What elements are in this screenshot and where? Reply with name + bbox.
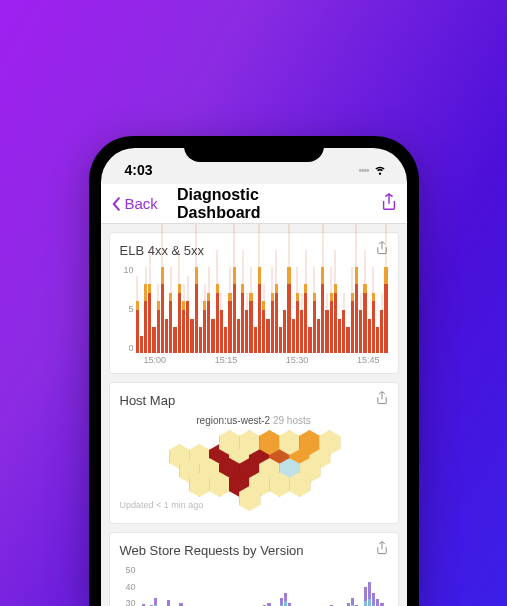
status-right: •••• (358, 162, 386, 179)
card-header: Web Store Requests by Version (120, 541, 388, 559)
region-tag: region:us-west-2 (196, 415, 270, 426)
status-time: 4:03 (125, 162, 153, 178)
dashboard-content[interactable]: ELB 4xx & 5xx 1050 15:0015:1515:3015:45 … (101, 224, 407, 606)
chart-bars (136, 267, 388, 353)
nav-bar: Back Diagnostic Dashboard (101, 184, 407, 224)
share-icon (381, 193, 397, 211)
hex-grid (169, 430, 339, 494)
card-share-button[interactable] (376, 541, 388, 559)
y-axis: 50403020 (120, 565, 136, 606)
card-header: ELB 4xx & 5xx (120, 241, 388, 259)
card-web-store[interactable]: Web Store Requests by Version 50403020 (109, 532, 399, 606)
wifi-icon (373, 162, 387, 179)
card-share-button[interactable] (376, 391, 388, 409)
card-title: Web Store Requests by Version (120, 543, 304, 558)
card-host-map[interactable]: Host Map region:us-west-2 29 hosts Updat… (109, 382, 399, 524)
share-icon (376, 391, 388, 405)
host-count: 29 hosts (273, 415, 311, 426)
elb-chart: 1050 15:0015:1515:3015:45 (120, 265, 388, 365)
chevron-left-icon (111, 196, 123, 212)
share-icon (376, 541, 388, 555)
back-button[interactable]: Back (111, 195, 158, 212)
y-axis: 1050 (120, 265, 134, 353)
host-map-label: region:us-west-2 29 hosts (120, 415, 388, 426)
x-axis: 15:0015:1515:3015:45 (136, 355, 388, 365)
phone-screen: 4:03 •••• Back Diagnostic Dashboard (101, 148, 407, 606)
share-button[interactable] (381, 193, 397, 215)
chart-bars (138, 575, 388, 606)
webstore-chart: 50403020 (120, 565, 388, 606)
card-title: Host Map (120, 393, 176, 408)
phone-notch (184, 136, 324, 162)
host-map: region:us-west-2 29 hosts Updated < 1 mi… (120, 415, 388, 515)
page-title: Diagnostic Dashboard (177, 186, 330, 222)
card-elb-errors[interactable]: ELB 4xx & 5xx 1050 15:0015:1515:3015:45 (109, 232, 399, 374)
card-header: Host Map (120, 391, 388, 409)
signal-icon: •••• (358, 165, 368, 176)
phone-frame: 4:03 •••• Back Diagnostic Dashboard (89, 136, 419, 606)
back-label: Back (125, 195, 158, 212)
